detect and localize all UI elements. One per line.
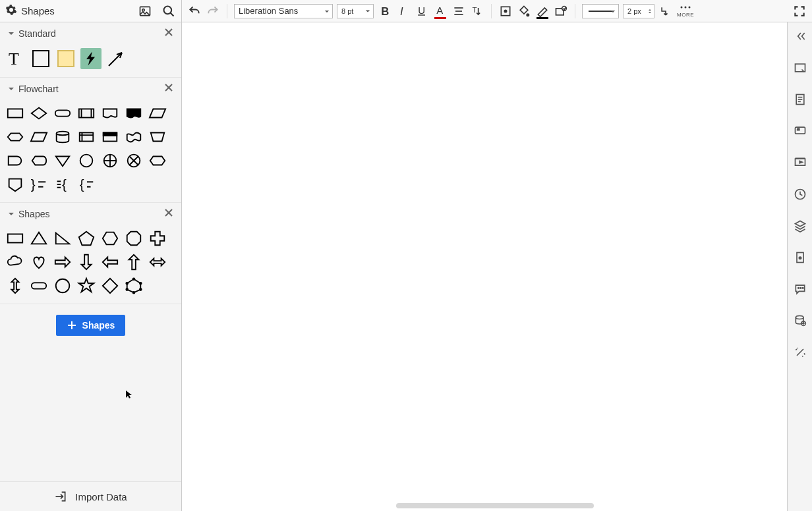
sh-arrow-lr[interactable] [148, 252, 167, 272]
panel-toggle-standard[interactable]: Standard [8, 28, 56, 39]
line-style-select[interactable] [582, 4, 619, 18]
fc-document[interactable] [100, 103, 120, 123]
rectangle-shape[interactable] [30, 48, 51, 69]
canvas[interactable] [186, 26, 787, 502]
sh-triangle[interactable] [29, 229, 49, 248]
close-icon[interactable] [164, 28, 173, 39]
font-family-select[interactable]: Liberation Sans [234, 4, 333, 18]
search-icon[interactable] [161, 4, 176, 18]
fc-parallelogram[interactable] [29, 127, 49, 147]
rr-chat-icon[interactable] [793, 282, 807, 296]
fc-process[interactable] [5, 103, 25, 123]
sh-cross[interactable] [148, 229, 167, 248]
sh-right-triangle[interactable] [53, 229, 72, 248]
rr-history-icon[interactable] [793, 187, 807, 202]
rr-layers-icon[interactable] [793, 219, 807, 233]
connection-button[interactable] [658, 4, 673, 18]
add-shapes-button[interactable]: Shapes [56, 315, 126, 336]
sh-arrow-down[interactable] [76, 252, 96, 272]
align-button[interactable] [451, 4, 466, 18]
fc-card[interactable] [100, 127, 120, 147]
fc-internal-storage[interactable] [76, 127, 96, 147]
sh-pentagon[interactable] [76, 229, 96, 248]
bold-button[interactable]: B [378, 4, 392, 18]
sh-hexagon[interactable] [100, 229, 120, 248]
sh-arrow-left[interactable] [100, 252, 120, 272]
font-color-button[interactable]: A [433, 4, 448, 18]
sh-diamond[interactable] [100, 276, 120, 296]
rr-present-icon[interactable] [793, 155, 807, 170]
arrow-shape[interactable] [105, 48, 127, 69]
fc-delay[interactable] [5, 151, 25, 171]
rr-data-icon[interactable] [793, 313, 807, 328]
fc-brace-left[interactable]: { [76, 175, 96, 194]
sh-star[interactable] [76, 276, 96, 296]
fc-data[interactable] [148, 103, 167, 123]
collapse-rail-icon[interactable] [793, 29, 807, 43]
rr-magic-icon[interactable] [793, 345, 807, 360]
fc-terminator[interactable] [53, 103, 72, 123]
text-direction-button[interactable]: T [470, 4, 484, 18]
rr-comment-icon[interactable]: ❝ [793, 124, 807, 138]
italic-button[interactable]: I [396, 4, 411, 18]
note-shape[interactable] [55, 48, 76, 69]
bolt-shape[interactable] [80, 48, 102, 69]
line-width-select[interactable]: 2 px [623, 4, 654, 18]
fc-preparation[interactable] [148, 151, 167, 171]
sh-poly[interactable] [124, 276, 144, 296]
import-data-button[interactable]: Import Data [0, 481, 181, 511]
sh-octagon[interactable] [124, 229, 144, 248]
svg-point-2 [164, 6, 172, 14]
fc-merge[interactable] [53, 151, 72, 171]
sh-rect[interactable] [5, 229, 25, 248]
close-icon[interactable] [164, 83, 173, 94]
close-icon[interactable] [164, 208, 173, 219]
sh-arrow-right[interactable] [53, 252, 72, 272]
fc-brace-right[interactable]: } [29, 175, 49, 194]
horizontal-scrollbar[interactable] [396, 503, 594, 508]
gear-icon[interactable] [5, 4, 17, 18]
fc-predefined[interactable] [76, 103, 96, 123]
font-size-value: 8 pt [341, 7, 353, 15]
fc-display[interactable] [29, 151, 49, 171]
fc-summing[interactable] [100, 151, 120, 171]
shape-style-button[interactable] [554, 4, 568, 18]
sh-rounded[interactable] [29, 276, 49, 296]
sh-arrow-ud[interactable] [5, 276, 25, 296]
fill-color-button[interactable] [517, 4, 531, 18]
sh-arrow-up[interactable] [124, 252, 144, 272]
fc-manual-op[interactable] [148, 127, 167, 147]
sh-heart[interactable] [29, 252, 49, 272]
underline-button[interactable]: U [415, 4, 429, 18]
font-size-select[interactable]: 8 pt [337, 4, 374, 18]
fc-connector[interactable] [76, 151, 96, 171]
fc-tape[interactable] [124, 127, 144, 147]
fc-offpage[interactable] [5, 175, 25, 194]
font-family-value: Liberation Sans [239, 6, 298, 16]
fc-database[interactable] [53, 127, 72, 147]
svg-text:T: T [473, 5, 477, 13]
panel-toggle-shapes[interactable]: Shapes [8, 209, 49, 219]
sh-circle[interactable] [53, 276, 72, 296]
more-button[interactable]: MORE [677, 4, 694, 18]
image-icon[interactable] [138, 4, 152, 18]
undo-button[interactable] [187, 4, 202, 18]
fc-document-filled[interactable] [124, 103, 144, 123]
fullscreen-button[interactable] [792, 4, 807, 18]
sh-cloud[interactable] [5, 252, 25, 272]
redo-button[interactable] [206, 4, 220, 18]
svg-point-19 [689, 7, 691, 9]
fc-hexagon[interactable] [5, 127, 25, 147]
rr-document-icon[interactable] [793, 250, 807, 265]
right-rail: ❝ [787, 22, 812, 511]
fc-decision[interactable] [29, 103, 49, 123]
rr-page-icon[interactable] [793, 92, 807, 107]
shape-fill-button[interactable] [498, 4, 513, 18]
line-color-button[interactable] [535, 4, 550, 18]
fc-list[interactable]: { [53, 175, 72, 194]
canvas-area[interactable]: ❝ [182, 22, 812, 511]
panel-toggle-flowchart[interactable]: Flowchart [8, 84, 59, 94]
fc-or[interactable] [124, 151, 144, 171]
rr-navigator-icon[interactable] [793, 61, 807, 75]
text-shape[interactable]: T [5, 48, 26, 69]
